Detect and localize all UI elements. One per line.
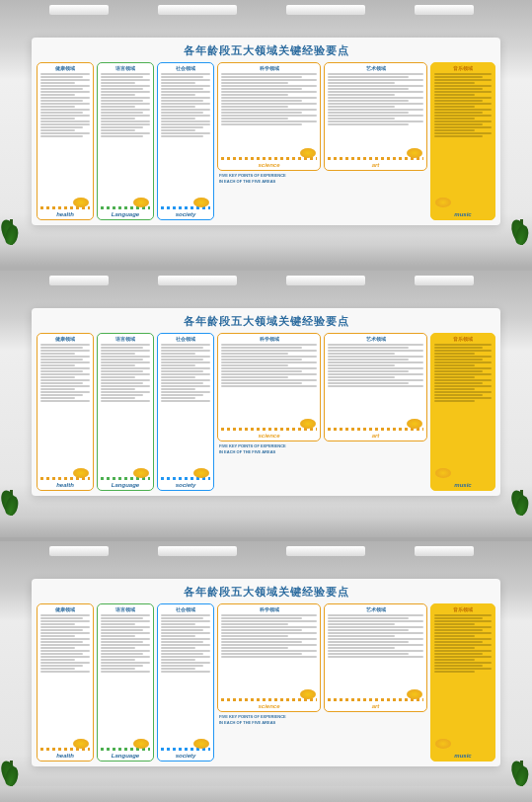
text-line [40, 662, 90, 664]
text-line [40, 665, 83, 667]
card-health-title: 健康领域 [40, 66, 90, 71]
text-line [221, 385, 317, 387]
text-line [434, 617, 483, 619]
text-line [434, 344, 492, 346]
text-line [101, 88, 143, 90]
text-line [101, 118, 135, 120]
text-line [40, 391, 90, 393]
text-line [328, 632, 423, 634]
society-blob-3 [193, 739, 209, 749]
text-line [434, 370, 483, 372]
text-line [40, 97, 90, 99]
language-blob-3 [133, 739, 149, 749]
text-line [161, 623, 195, 625]
ceiling-light [49, 5, 109, 15]
text-line [101, 106, 135, 108]
text-line [161, 376, 195, 378]
text-line [434, 364, 475, 366]
text-line [101, 364, 135, 366]
text-line [328, 635, 395, 637]
text-line [434, 385, 492, 387]
text-line [434, 647, 475, 649]
panel-2: 各年龄段五大领域关键经验要点 健康领域 health 语言领域 Language [0, 271, 532, 537]
text-line [434, 388, 475, 390]
health-label: health [56, 211, 74, 217]
text-line [161, 129, 195, 131]
board-title-1: 各年龄段五大领域关键经验要点 [37, 43, 495, 58]
text-line [221, 97, 317, 99]
text-line [161, 359, 203, 361]
card-science-title-3: 科学领域 [221, 607, 317, 612]
text-line [40, 91, 90, 93]
text-line [161, 638, 210, 640]
text-line [434, 629, 483, 631]
text-line [101, 123, 150, 125]
society-label-3: society [176, 753, 196, 759]
ceiling-light [286, 276, 365, 285]
text-line [221, 347, 302, 349]
text-line [101, 367, 150, 369]
text-line [161, 668, 195, 670]
text-line [434, 620, 492, 622]
science-blob-2 [300, 419, 316, 429]
text-line [434, 665, 483, 667]
health-label-2: health [56, 482, 74, 488]
art-wave-3 [328, 698, 423, 701]
text-line [101, 97, 150, 99]
text-line [101, 644, 150, 646]
text-line [161, 347, 203, 349]
card-art-title-2: 艺术领域 [328, 337, 423, 342]
text-line [434, 347, 483, 349]
text-line [161, 100, 203, 102]
language-label: Language [112, 211, 139, 217]
ceiling-light [286, 5, 365, 15]
ceiling-light [286, 546, 365, 556]
text-line [221, 635, 288, 637]
text-line [221, 353, 288, 355]
sci-art-bottom-2: FIVE KEY POINTS OF EXPERIENCEIN EACH OF … [217, 441, 427, 454]
text-line [40, 88, 83, 90]
text-line [101, 353, 135, 355]
text-line [161, 385, 210, 387]
card-science-2: 科学领域 science [217, 333, 321, 441]
music-blob-2 [435, 468, 451, 478]
language-label-2: Language [112, 482, 139, 488]
text-line [161, 112, 203, 114]
floor [0, 245, 532, 267]
card-science-title: 科学领域 [221, 66, 317, 71]
text-line [101, 641, 143, 643]
text-line [434, 359, 483, 361]
text-line [434, 350, 492, 352]
art-blob-3 [407, 689, 422, 699]
text-line [434, 650, 492, 652]
text-line [101, 79, 150, 81]
music-blob-3 [435, 739, 451, 749]
text-line [221, 100, 302, 102]
society-blob [193, 198, 209, 207]
text-line [434, 109, 492, 111]
five-key-text-3: FIVE KEY POINTS OF EXPERIENCEIN EACH OF … [219, 714, 286, 725]
text-line [221, 109, 317, 111]
display-board-1: 各年龄段五大领域关键经验要点 健康领域 [32, 38, 500, 225]
display-board-2: 各年龄段五大领域关键经验要点 健康领域 health 语言领域 Language [32, 308, 500, 496]
text-line [161, 644, 210, 646]
text-line [161, 671, 210, 673]
text-line [434, 91, 492, 93]
text-line [434, 626, 492, 628]
text-line [40, 388, 75, 390]
text-line [328, 97, 423, 99]
card-society-content-3 [161, 614, 210, 747]
card-art: 艺术领域 [324, 62, 427, 171]
text-line [328, 85, 423, 87]
text-line [221, 79, 317, 81]
text-line [434, 76, 483, 78]
ceiling-light [415, 546, 474, 556]
card-language-2: 语言领域 Language [97, 333, 154, 491]
text-line [101, 653, 143, 655]
text-line [221, 76, 302, 78]
text-line [161, 76, 203, 78]
text-line [161, 391, 210, 393]
text-line [161, 132, 210, 134]
text-line [40, 132, 90, 134]
text-line [161, 653, 203, 655]
